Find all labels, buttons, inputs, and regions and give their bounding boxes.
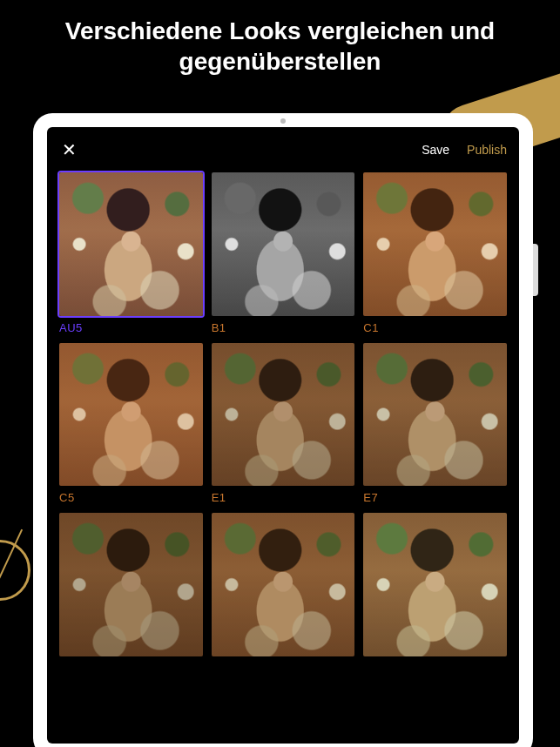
preset-label: AU5 [59,321,203,334]
photo-foreground [363,343,507,487]
photo-portrait [59,343,203,487]
preset-cell[interactable] [59,513,203,656]
photo-portrait [212,343,355,487]
preset-cell[interactable] [363,513,507,656]
preset-label: C1 [363,321,507,334]
preset-cell[interactable] [212,513,355,656]
preset-cell[interactable]: AU5 [59,172,203,334]
preset-thumbnail[interactable] [212,172,355,316]
preset-cell[interactable]: E7 [363,343,507,505]
preset-thumbnail[interactable] [59,172,203,316]
close-icon[interactable]: ✕ [59,139,78,160]
preset-thumbnail[interactable] [363,513,507,656]
photo-portrait [59,513,203,656]
photo-foreground [59,513,203,656]
preset-thumbnail[interactable] [363,172,507,316]
photo-foreground [212,343,355,487]
preset-grid: AU5B1C1C5E1E7 [59,172,507,656]
headline: Verschiedene Looks vergleichen und gegen… [0,0,560,77]
preset-label: E1 [212,491,355,504]
photo-foreground [212,172,355,316]
preset-cell[interactable]: C5 [59,343,203,505]
photo-foreground [59,343,203,487]
photo-portrait [363,343,507,487]
preset-label: C5 [59,491,203,504]
photo-foreground [363,513,507,656]
tablet-frame: ✕ Save Publish AU5B1C1C5E1E7 [33,113,533,747]
preset-thumbnail[interactable] [59,513,203,656]
photo-portrait [363,513,507,656]
toolbar-actions: Save Publish [422,143,507,157]
photo-portrait [59,172,203,316]
preset-thumbnail[interactable] [212,343,355,487]
preset-cell[interactable]: E1 [212,343,355,505]
preset-thumbnail[interactable] [59,343,203,487]
gold-accent-ring [0,540,30,601]
save-button[interactable]: Save [422,143,449,157]
publish-button[interactable]: Publish [467,143,507,157]
photo-foreground [212,513,355,656]
preset-cell[interactable]: C1 [363,172,507,334]
photo-foreground [59,172,203,316]
toolbar: ✕ Save Publish [59,139,507,160]
preset-label: E7 [363,491,507,504]
photo-foreground [363,172,507,316]
photo-portrait [363,172,507,316]
preset-label: B1 [212,321,355,334]
preset-thumbnail[interactable] [363,343,507,487]
photo-portrait [212,513,355,656]
preset-cell[interactable]: B1 [212,172,355,334]
app-screen: ✕ Save Publish AU5B1C1C5E1E7 [47,127,519,744]
preset-thumbnail[interactable] [212,513,355,656]
